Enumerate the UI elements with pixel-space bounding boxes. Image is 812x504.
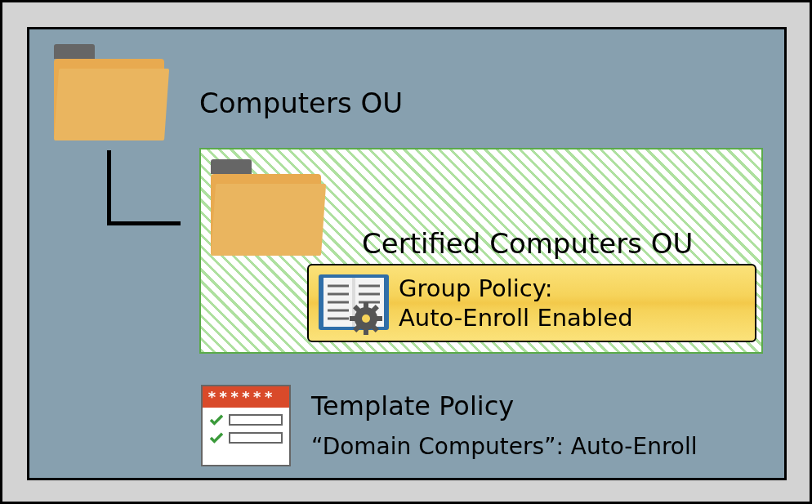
policy-line-1: Group Policy: (399, 274, 633, 303)
template-field (229, 414, 283, 426)
template-header-asterisks: ****** (203, 386, 289, 408)
diagram-container: Computers OU Certified Computers OU (27, 27, 787, 480)
svg-rect-15 (350, 316, 356, 321)
book-gear-icon (317, 271, 390, 335)
template-field (229, 432, 283, 444)
template-row-2 (209, 432, 283, 444)
tree-connector (107, 150, 181, 225)
policy-line-2: Auto-Enroll Enabled (399, 303, 633, 332)
group-policy-box: Group Policy: Auto-Enroll Enabled (307, 264, 756, 342)
group-policy-text: Group Policy: Auto-Enroll Enabled (399, 274, 633, 333)
folder-icon-parent (54, 44, 164, 142)
parent-ou-label: Computers OU (199, 87, 403, 119)
svg-rect-14 (364, 328, 368, 335)
template-row-1 (209, 414, 283, 426)
template-subtitle: “Domain Computers”: Auto-Enroll (311, 433, 697, 460)
template-title: Template Policy (311, 390, 514, 421)
template-policy-icon: ****** (201, 385, 291, 466)
check-icon (209, 414, 224, 426)
check-icon (209, 432, 224, 444)
folder-flap (211, 184, 326, 256)
folder-flap (54, 69, 169, 140)
svg-point-21 (362, 314, 370, 323)
child-ou-label: Certified Computers OU (362, 227, 693, 260)
folder-body (54, 59, 164, 140)
folder-body (211, 174, 321, 256)
svg-rect-16 (376, 316, 382, 321)
child-ou-container: Certified Computers OU (199, 148, 763, 354)
svg-rect-13 (364, 302, 368, 309)
folder-icon-child (211, 159, 321, 257)
folder-tab (211, 159, 252, 174)
folder-tab (54, 44, 95, 59)
